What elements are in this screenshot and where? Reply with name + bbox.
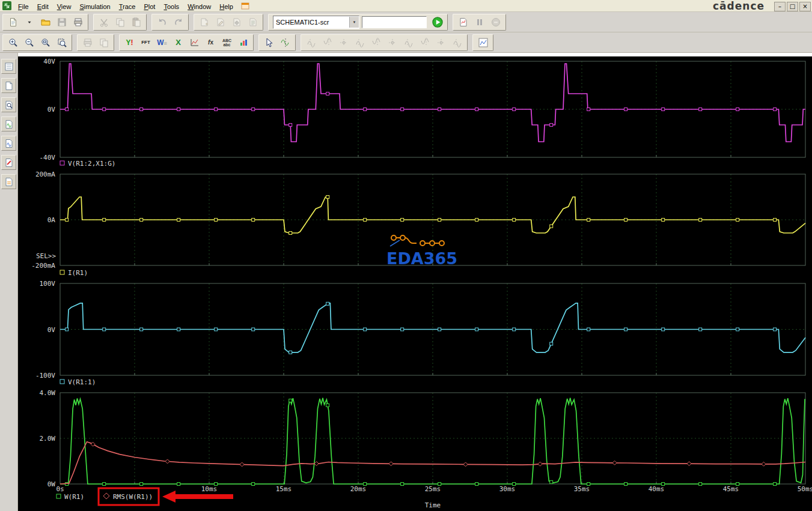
- restore-button[interactable]: □: [787, 2, 798, 11]
- performance-analysis-button[interactable]: [236, 35, 251, 49]
- cursor-point-button: [385, 35, 400, 49]
- zoom-area-button[interactable]: [38, 35, 53, 49]
- waveform-window-button[interactable]: [1, 136, 16, 151]
- document-window-icon[interactable]: [241, 2, 249, 10]
- simulation-settings-button: [229, 15, 244, 29]
- toggle-cursor-button[interactable]: [278, 35, 293, 49]
- select-cursor-button[interactable]: [261, 35, 276, 49]
- text-label-button[interactable]: ABCabc: [219, 35, 234, 49]
- svg-text:45ms: 45ms: [723, 485, 739, 493]
- svg-text:RMS(W(R1)): RMS(W(R1)): [113, 493, 153, 501]
- waveform-chart[interactable]: 40V0V-40V200mA0A-200mA100V0V-100V4.0W2.0…: [18, 56, 812, 511]
- workbook-button[interactable]: [1, 59, 16, 74]
- edit-simulation-profile-button: [213, 15, 228, 29]
- view-netlist-button: [245, 15, 260, 29]
- menu-bar: FileEditViewSimulationTracePlotToolsWind…: [0, 0, 812, 12]
- app-icon: [2, 1, 11, 10]
- left-sidebar: [0, 53, 18, 511]
- y-tick-label: -200mA: [31, 262, 55, 270]
- cursor-peak-button: [304, 35, 319, 49]
- toolbar-main: SCHEMATIC1-scr▼: [0, 12, 812, 32]
- new-file-dropdown[interactable]: [22, 15, 37, 29]
- menu-tools[interactable]: Tools: [159, 2, 183, 11]
- y-tick-label: 0V: [47, 106, 56, 113]
- cursor-next-transition-button: [417, 35, 432, 49]
- svg-text:15ms: 15ms: [276, 485, 292, 493]
- paste-button: [129, 15, 144, 29]
- menu-plot[interactable]: Plot: [139, 2, 159, 11]
- combo-dropdown-arrow[interactable]: ▼: [349, 17, 359, 28]
- zoom-in-button[interactable]: [5, 35, 20, 49]
- evaluate-function-button[interactable]: fx: [203, 35, 218, 49]
- toolbar-group: Y!FFTW≡XfxABCabc: [119, 34, 254, 51]
- mark-data-point-button: [450, 35, 465, 49]
- run-simulation-button[interactable]: [430, 15, 445, 29]
- fft-button[interactable]: FFT: [138, 35, 153, 49]
- svg-text:35ms: 35ms: [574, 485, 590, 493]
- y-tick-label: 4.0W: [40, 389, 56, 397]
- application-window: FileEditViewSimulationTracePlotToolsWind…: [0, 0, 812, 511]
- menu-help[interactable]: Help: [215, 2, 237, 11]
- simulation-results-button[interactable]: [1, 116, 16, 132]
- save-button: [54, 15, 69, 29]
- quick-search-input[interactable]: [362, 16, 427, 28]
- y-tick-label: 2.0W: [40, 435, 56, 443]
- view-simulation-results-button[interactable]: [456, 15, 471, 29]
- y-tick-label: 0W: [47, 480, 56, 488]
- toolbar-group: [194, 14, 263, 31]
- menu-file[interactable]: File: [14, 2, 33, 11]
- redo-button: [171, 15, 186, 29]
- menu-window[interactable]: Window: [183, 2, 215, 11]
- y-tick-label: 200mA: [35, 171, 55, 178]
- plot-window-templates-button[interactable]: [475, 35, 490, 49]
- svg-text:V(R1:2,X1:G): V(R1:2,X1:G): [68, 160, 115, 168]
- menu-view[interactable]: View: [53, 2, 76, 11]
- y-tick-label: 0V: [47, 326, 56, 334]
- menu-edit[interactable]: Edit: [33, 2, 53, 11]
- waveform-plot-area[interactable]: 40V0V-40V200mA0A-200mA100V0V-100V4.0W2.0…: [18, 56, 812, 511]
- toolbar-group: [93, 14, 147, 31]
- toolbar-view: Y!FFTW≡XfxABCabc: [0, 32, 812, 53]
- toolbar-group: [472, 34, 493, 51]
- simulation-profile-combo[interactable]: SCHEMATIC1-scr▼: [273, 16, 359, 29]
- open-file-button[interactable]: [38, 15, 53, 29]
- undo-button: [154, 15, 169, 29]
- y-tick-label: 0A: [47, 216, 56, 224]
- schematic-page-button[interactable]: [1, 78, 16, 93]
- legend-plot-1[interactable]: V(R1:2,X1:G): [60, 160, 115, 168]
- x-axis-title: Time: [425, 501, 441, 509]
- close-button[interactable]: ×: [799, 2, 811, 11]
- svg-text:10ms: 10ms: [201, 485, 218, 493]
- svg-text:50ms: 50ms: [798, 485, 812, 493]
- cursor-trough-button: [320, 35, 335, 49]
- minimize-button[interactable]: –: [774, 2, 786, 11]
- print-button[interactable]: [70, 15, 85, 29]
- new-file-button[interactable]: [5, 15, 20, 29]
- svg-text:30ms: 30ms: [499, 485, 516, 493]
- add-plot-button[interactable]: [187, 35, 202, 49]
- search-results-button[interactable]: [1, 97, 16, 112]
- y-tick-label: -100V: [35, 372, 55, 379]
- toolbar-group: [2, 34, 72, 51]
- main-menu: FileEditViewSimulationTracePlotToolsWind…: [14, 1, 237, 11]
- copy-button: [112, 15, 127, 29]
- window-controls: –□×: [773, 0, 811, 11]
- svg-text:V(R1:1): V(R1:1): [68, 378, 96, 386]
- cursor-max-button: [368, 35, 383, 49]
- svg-text:0s: 0s: [56, 485, 64, 493]
- word-export-button[interactable]: W≡: [154, 35, 169, 49]
- toolbar-group: [453, 14, 506, 31]
- excel-export-button[interactable]: X: [171, 35, 186, 49]
- zoom-fit-button[interactable]: [54, 35, 69, 49]
- combo-value: SCHEMATIC1-scr: [273, 19, 349, 26]
- toolbar-group: [151, 14, 189, 31]
- edit-trace-button[interactable]: [1, 155, 16, 170]
- svg-text:20ms: 20ms: [350, 485, 367, 493]
- menu-trace[interactable]: Trace: [115, 2, 140, 11]
- svg-text:I(R1): I(R1): [68, 269, 88, 277]
- menu-simulation[interactable]: Simulation: [75, 2, 114, 11]
- log-window-button[interactable]: [1, 174, 16, 189]
- yaxis-export-button[interactable]: Y!: [122, 35, 137, 49]
- toolbar-group: [2, 14, 88, 31]
- zoom-out-button[interactable]: [22, 35, 37, 49]
